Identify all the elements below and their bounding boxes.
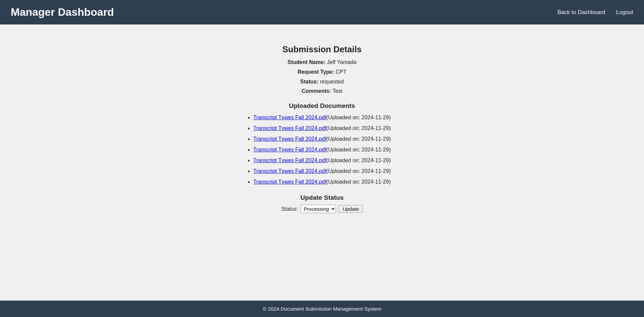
list-item: Transcript Txwes Fall 2024.pdf(Uploaded …	[253, 177, 391, 187]
update-status-title: Update Status	[221, 194, 423, 201]
uploaded-on-text: (Uploaded on: 2024-11-29)	[326, 125, 391, 131]
header-nav: Back to Dashboard Logout	[557, 9, 633, 16]
document-link[interactable]: Transcript Txwes Fall 2024.pdf	[253, 157, 326, 163]
footer-text: © 2024 Document Submission Management Sy…	[263, 306, 381, 312]
list-item: Transcript Txwes Fall 2024.pdf(Uploaded …	[253, 134, 391, 144]
comments-label: Comments:	[302, 88, 331, 94]
document-link[interactable]: Transcript Txwes Fall 2024.pdf	[253, 115, 326, 120]
app-title: Manager Dashboard	[11, 6, 114, 18]
back-to-dashboard-link[interactable]: Back to Dashboard	[557, 9, 605, 16]
comments-line: Comments: Test	[221, 86, 423, 96]
document-link[interactable]: Transcript Txwes Fall 2024.pdf	[253, 179, 326, 185]
comments-value: Test	[332, 88, 342, 94]
list-item: Transcript Txwes Fall 2024.pdf(Uploaded …	[253, 112, 391, 123]
uploaded-on-text: (Uploaded on: 2024-11-29)	[326, 157, 391, 163]
list-item: Transcript Txwes Fall 2024.pdf(Uploaded …	[253, 144, 391, 155]
status-label: Status:	[300, 79, 318, 84]
status-value: requested	[320, 79, 344, 84]
request-type-value: CPT	[336, 69, 346, 75]
submission-details-title: Submission Details	[221, 45, 423, 54]
logout-link[interactable]: Logout	[616, 9, 633, 16]
app-header: Manager Dashboard Back to Dashboard Logo…	[0, 0, 644, 24]
list-item: Transcript Txwes Fall 2024.pdf(Uploaded …	[253, 166, 391, 177]
main-content: Submission Details Student Name: Jeff Ya…	[0, 24, 644, 301]
document-link[interactable]: Transcript Txwes Fall 2024.pdf	[253, 136, 326, 142]
student-name-value: Jeff Yamada	[327, 59, 357, 65]
request-type-line: Request Type: CPT	[221, 67, 423, 77]
status-row: Status: ProcessingApprovedRejectedReques…	[221, 205, 423, 213]
submission-container: Submission Details Student Name: Jeff Ya…	[221, 45, 423, 213]
uploaded-on-text: (Uploaded on: 2024-11-29)	[326, 168, 391, 174]
update-button[interactable]: Update	[339, 205, 363, 213]
uploaded-on-text: (Uploaded on: 2024-11-29)	[326, 147, 391, 152]
request-type-label: Request Type:	[298, 69, 334, 75]
list-item: Transcript Txwes Fall 2024.pdf(Uploaded …	[253, 123, 391, 134]
uploaded-on-text: (Uploaded on: 2024-11-29)	[326, 179, 391, 185]
document-link[interactable]: Transcript Txwes Fall 2024.pdf	[253, 147, 326, 152]
update-status-label: Status:	[281, 206, 298, 212]
uploaded-docs-title: Uploaded Documents	[221, 102, 423, 110]
student-name-line: Student Name: Jeff Yamada	[221, 58, 423, 67]
document-link[interactable]: Transcript Txwes Fall 2024.pdf	[253, 125, 326, 131]
student-name-label: Student Name:	[287, 59, 325, 65]
list-item: Transcript Txwes Fall 2024.pdf(Uploaded …	[253, 155, 391, 166]
status-line: Status: requested	[221, 77, 423, 87]
status-select[interactable]: ProcessingApprovedRejectedRequested	[301, 205, 336, 213]
app-footer: © 2024 Document Submission Management Sy…	[0, 301, 644, 317]
uploaded-on-text: (Uploaded on: 2024-11-29)	[326, 136, 391, 142]
documents-list: Transcript Txwes Fall 2024.pdf(Uploaded …	[253, 112, 391, 187]
document-link[interactable]: Transcript Txwes Fall 2024.pdf	[253, 168, 326, 174]
uploaded-on-text: (Uploaded on: 2024-11-29)	[326, 115, 391, 120]
details-block: Student Name: Jeff Yamada Request Type: …	[221, 58, 423, 96]
